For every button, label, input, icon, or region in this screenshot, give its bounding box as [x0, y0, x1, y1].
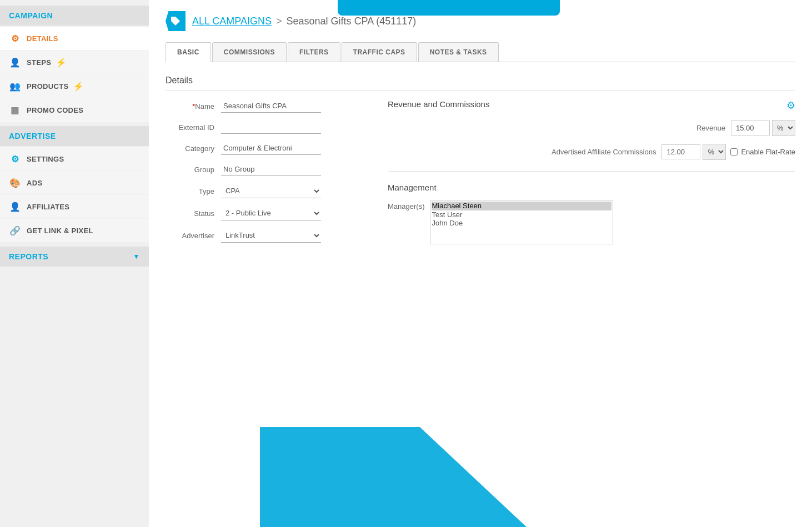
- external-id-label: External ID: [166, 123, 221, 132]
- revenue-type-select[interactable]: % $: [772, 120, 795, 136]
- sidebar-item-settings-label: SETTINGS: [27, 155, 64, 163]
- name-input[interactable]: [221, 99, 321, 113]
- commission-label: Advertised Affiliate Commissions: [552, 148, 656, 156]
- group-input[interactable]: [221, 163, 321, 176]
- sidebar: CAMPAIGN ⚙ DETAILS 👤 STEPS ⚡ 👥 PRODUCTS …: [0, 0, 149, 527]
- enable-flatrate-checkbox[interactable]: [730, 148, 738, 155]
- all-campaigns-link[interactable]: ALL CAMPAIGNS: [192, 16, 272, 27]
- sidebar-item-affiliates-label: AFFILIATES: [27, 203, 69, 211]
- sidebar-item-steps[interactable]: 👤 STEPS ⚡: [0, 51, 149, 74]
- bottom-decoration: [260, 360, 527, 527]
- status-row: Status 1 - Private 2 - Public Live 3 - I…: [166, 206, 365, 220]
- sidebar-item-steps-label: STEPS: [27, 58, 51, 67]
- status-select[interactable]: 1 - Private 2 - Public Live 3 - Inactive: [221, 206, 321, 220]
- management-title: Management: [388, 171, 795, 192]
- category-label: Category: [166, 144, 221, 153]
- products-icon: 👥: [9, 80, 21, 92]
- gear-icon[interactable]: ⚙: [786, 99, 795, 112]
- enable-flatrate-label[interactable]: Enable Flat-Rate: [730, 148, 795, 156]
- group-label: Group: [166, 165, 221, 174]
- tab-basic[interactable]: BASIC: [166, 42, 211, 62]
- details-icon: ⚙: [9, 32, 21, 44]
- revenue-row: Revenue % $: [388, 120, 795, 136]
- tab-commissions[interactable]: COMMISSIONS: [212, 42, 287, 62]
- sidebar-item-affiliates[interactable]: 👤 AFFILIATES: [0, 195, 149, 218]
- tab-bar: BASIC COMMISSIONS FILTERS TRAFFIC CAPS N…: [166, 42, 795, 62]
- sidebar-item-details-label: DETAILS: [27, 34, 58, 43]
- advertiser-label: Advertiser: [166, 232, 221, 240]
- commission-row: Advertised Affiliate Commissions % $ Ena…: [388, 144, 795, 160]
- managers-label: Manager(s): [388, 200, 424, 210]
- right-section: ⚙ Revenue and Commissions Revenue % $ Ad…: [388, 99, 795, 250]
- steps-icon: 👤: [9, 56, 21, 68]
- revenue-input[interactable]: [731, 121, 770, 135]
- external-id-input[interactable]: [221, 121, 321, 134]
- details-layout: *Name External ID Category Group: [166, 99, 795, 250]
- sidebar-item-details[interactable]: ⚙ DETAILS: [0, 27, 149, 50]
- sidebar-item-settings[interactable]: ⚙ SETTINGS: [0, 147, 149, 170]
- promo-codes-icon: ▩: [9, 104, 21, 116]
- revenue-label: Revenue: [696, 124, 725, 132]
- breadcrumb-separator: >: [276, 16, 282, 27]
- tab-filters[interactable]: FILTERS: [288, 42, 340, 62]
- advertise-section: ADVERTISE ⚙ SETTINGS 🎨 ADS 👤 AFFILIATES …: [0, 126, 149, 242]
- advertiser-row: Advertiser LinkTrust: [166, 228, 365, 243]
- campaign-header: CAMPAIGN: [0, 6, 149, 26]
- sidebar-item-promo-codes-label: PROMO CODES: [27, 106, 83, 114]
- tab-traffic-caps[interactable]: TRAFFIC CAPS: [342, 42, 417, 62]
- reports-dropdown-icon: ▼: [133, 253, 140, 260]
- sidebar-item-promo-codes[interactable]: ▩ PROMO CODES: [0, 98, 149, 122]
- commission-type-select[interactable]: % $: [703, 144, 726, 160]
- sidebar-item-get-link-pixel-label: GET LINK & PIXEL: [27, 227, 93, 235]
- tab-notes-tasks[interactable]: NOTES & TASKS: [418, 42, 499, 62]
- settings-icon: ⚙: [9, 153, 21, 165]
- type-select[interactable]: CPA CPS CPL CPC: [221, 184, 321, 198]
- main-content: ALL CAMPAIGNS > Seasonal Gifts CPA (4511…: [149, 0, 812, 527]
- managers-listbox[interactable]: Miachael Steen Test User John Doe: [430, 200, 613, 244]
- products-badge: ⚡: [73, 81, 84, 92]
- type-label: Type: [166, 187, 221, 195]
- sidebar-item-products[interactable]: 👥 PRODUCTS ⚡: [0, 74, 149, 98]
- sidebar-item-ads[interactable]: 🎨 ADS: [0, 171, 149, 194]
- affiliates-icon: 👤: [9, 200, 21, 213]
- group-row: Group: [166, 163, 365, 176]
- ads-icon: 🎨: [9, 177, 21, 189]
- details-section-title: Details: [166, 76, 795, 91]
- sidebar-item-get-link-pixel[interactable]: 🔗 GET LINK & PIXEL: [0, 219, 149, 242]
- manager-row: Manager(s) Miachael Steen Test User John…: [388, 200, 795, 244]
- sidebar-item-ads-label: ADS: [27, 179, 42, 187]
- status-label: Status: [166, 209, 221, 218]
- breadcrumb: ALL CAMPAIGNS > Seasonal Gifts CPA (4511…: [166, 11, 795, 31]
- name-label: *Name: [166, 102, 221, 111]
- external-id-row: External ID: [166, 121, 365, 134]
- link-icon: 🔗: [9, 224, 21, 237]
- category-input[interactable]: [221, 142, 321, 155]
- form-section: *Name External ID Category Group: [166, 99, 365, 250]
- advertise-header: ADVERTISE: [0, 126, 149, 146]
- name-row: *Name: [166, 99, 365, 113]
- campaign-section: CAMPAIGN ⚙ DETAILS 👤 STEPS ⚡ 👥 PRODUCTS …: [0, 6, 149, 122]
- revenue-title: Revenue and Commissions: [388, 99, 795, 109]
- sidebar-item-products-label: PRODUCTS: [27, 82, 68, 91]
- steps-badge: ⚡: [56, 57, 67, 68]
- advertiser-select[interactable]: LinkTrust: [221, 228, 321, 243]
- managers-select[interactable]: Miachael Steen Test User John Doe: [430, 200, 613, 244]
- commission-input[interactable]: [661, 144, 700, 159]
- reports-header[interactable]: REPORTS ▼: [0, 247, 149, 267]
- reports-section: REPORTS ▼: [0, 247, 149, 267]
- category-row: Category: [166, 142, 365, 155]
- breadcrumb-current: Seasonal Gifts CPA (451117): [287, 16, 417, 27]
- type-row: Type CPA CPS CPL CPC: [166, 184, 365, 198]
- campaign-tag-icon: [166, 11, 186, 31]
